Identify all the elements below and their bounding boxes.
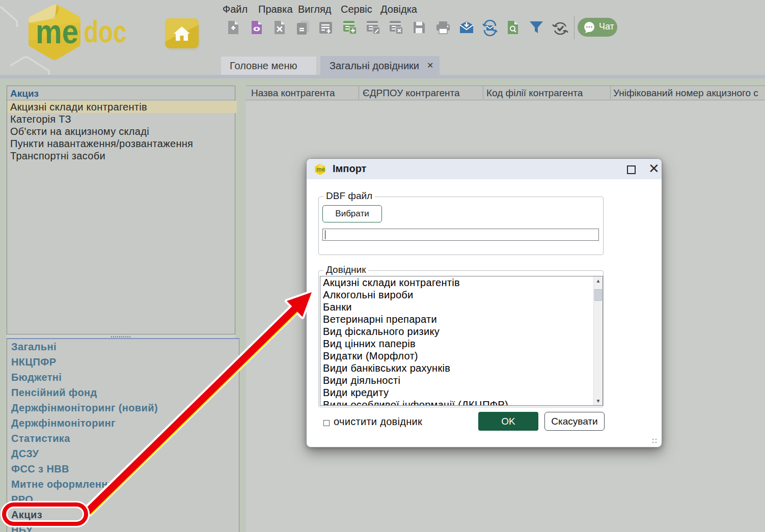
- svg-text:me: me: [36, 13, 78, 50]
- svg-text:me: me: [316, 166, 325, 173]
- svg-text:doc: doc: [84, 14, 126, 49]
